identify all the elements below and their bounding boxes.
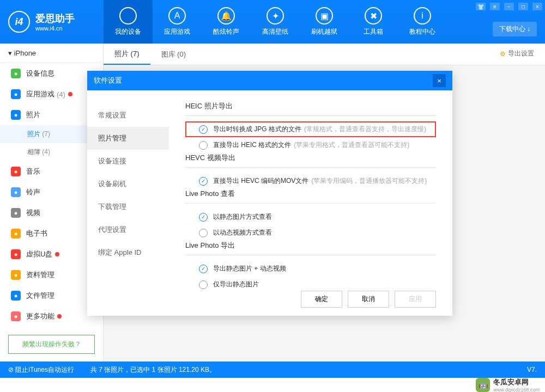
section-title: HEVC 视频导出: [185, 153, 436, 168]
nav-icon: i: [414, 7, 431, 24]
nav-2[interactable]: 🔔酷炫铃声: [202, 0, 251, 44]
sidebar-icon: ●: [11, 249, 21, 259]
help-button[interactable]: 频繁出现操作失败？: [8, 335, 95, 354]
settings-dialog: 软件设置 × 常规设置照片管理设备连接设备刷机下载管理代理设置绑定 Apple …: [87, 71, 452, 316]
option-row[interactable]: 以静态图片方式查看: [185, 209, 436, 225]
option-row[interactable]: 仅导出静态图片: [185, 277, 436, 292]
android-icon: 🤖: [476, 378, 490, 392]
nav-icon: ▣: [316, 7, 333, 24]
section-title: Live Photo 查看: [185, 189, 436, 204]
settings-icon[interactable]: ≡: [490, 3, 500, 10]
option-row[interactable]: 直接导出 HEVC 编码的MOV文件(苹果专用编码，普通播放器可能不支持): [185, 173, 436, 189]
nav-0[interactable]: 我的设备: [104, 0, 153, 44]
dialog-sidebar-item[interactable]: 下载管理: [87, 195, 169, 218]
close-icon[interactable]: ×: [532, 3, 542, 10]
tab[interactable]: 照片 (7): [104, 44, 150, 65]
app-title: 爱思助手: [35, 12, 75, 25]
dialog-footer: 确定 取消 应用: [301, 291, 436, 308]
sidebar-icon: ●: [11, 311, 21, 321]
radio-icon: [199, 229, 208, 237]
option-row[interactable]: 导出时转换成 JPG 格式的文件(常规格式，普通查看器支持，导出速度慢): [185, 121, 436, 137]
logo: i4 爱思助手 www.i4.cn: [0, 11, 104, 33]
status-bar: ⊘ 阻止iTunes自动运行 共 7 张照片，已选中 1 张照片 121.20 …: [0, 362, 545, 378]
app-url: www.i4.cn: [35, 25, 75, 32]
dialog-content: HEIC 照片导出导出时转换成 JPG 格式的文件(常规格式，普通查看器支持，导…: [169, 90, 452, 316]
dialog-sidebar-item[interactable]: 常规设置: [87, 104, 169, 127]
watermark-name: 冬瓜安卓网: [493, 377, 540, 387]
sidebar-icon: ●: [11, 229, 21, 238]
minimize-icon[interactable]: −: [504, 3, 514, 10]
status-info: 共 7 张照片，已选中 1 张照片 121.20 KB。: [90, 365, 216, 375]
dialog-sidebar-item[interactable]: 代理设置: [87, 218, 169, 241]
logo-icon: i4: [8, 11, 30, 33]
ok-button[interactable]: 确定: [301, 291, 342, 308]
device-name: iPhone: [14, 49, 36, 57]
nav-icon: 🔔: [217, 7, 235, 24]
nav-4[interactable]: ▣刷机越狱: [300, 0, 349, 44]
radio-icon: [199, 213, 208, 222]
dialog-sidebar-item[interactable]: 照片管理: [87, 127, 169, 150]
export-settings-button[interactable]: ⚙ 导出设置: [500, 49, 534, 58]
sidebar-icon: ●: [11, 291, 21, 301]
radio-icon: [199, 141, 208, 150]
radio-icon: [199, 265, 208, 273]
apply-button[interactable]: 应用: [395, 291, 436, 308]
nav-icon: [119, 7, 137, 24]
dialog-sidebar-item[interactable]: 绑定 Apple ID: [87, 241, 169, 264]
version-label: V7.: [527, 366, 537, 373]
dialog-close-button[interactable]: ×: [433, 74, 446, 87]
notification-dot: [57, 314, 62, 318]
nav-icon: ✦: [267, 7, 284, 24]
cancel-button[interactable]: 取消: [348, 291, 389, 308]
section-title: HEIC 照片导出: [185, 101, 436, 116]
nav-5[interactable]: ✖工具箱: [349, 0, 398, 44]
nav-icon: A: [168, 7, 186, 24]
sidebar-icon: ●: [11, 270, 21, 280]
notification-dot: [68, 92, 72, 96]
app-header: i4 爱思助手 www.i4.cn 我的设备A应用游戏🔔酷炫铃声✦高清壁纸▣刷机…: [0, 0, 545, 44]
dialog-title: 软件设置: [94, 76, 122, 85]
sidebar-icon: ●: [11, 208, 21, 218]
nav-1[interactable]: A应用游戏: [153, 0, 202, 44]
sidebar-icon: ●: [11, 110, 21, 120]
gear-icon: ⚙: [500, 50, 506, 58]
dialog-sidebar: 常规设置照片管理设备连接设备刷机下载管理代理设置绑定 Apple ID: [87, 90, 169, 316]
option-row[interactable]: 直接导出 HEIC 格式的文件(苹果专用格式，普通查看器可能不支持): [185, 137, 436, 153]
radio-icon: [199, 280, 208, 289]
nav-tabs: 我的设备A应用游戏🔔酷炫铃声✦高清壁纸▣刷机越狱✖工具箱i教程中心: [104, 0, 447, 44]
device-selector[interactable]: ▾ iPhone: [0, 44, 103, 63]
sidebar-icon: ●: [11, 89, 21, 99]
nav-3[interactable]: ✦高清壁纸: [251, 0, 300, 44]
content-tabs: 照片 (7)图库 (0) ⚙ 导出设置: [104, 44, 545, 65]
sidebar-icon: ●: [11, 167, 21, 176]
option-row[interactable]: 以动态视频方式查看: [185, 225, 436, 241]
shirt-icon[interactable]: 👕: [476, 3, 486, 10]
watermark-url: www.dgxcdz168.com: [493, 387, 540, 392]
dialog-header: 软件设置 ×: [87, 71, 452, 90]
dialog-sidebar-item[interactable]: 设备连接: [87, 150, 169, 173]
window-controls: 👕 ≡ − □ ×: [476, 3, 542, 10]
maximize-icon[interactable]: □: [518, 3, 528, 10]
dialog-sidebar-item[interactable]: 设备刷机: [87, 173, 169, 195]
download-center-button[interactable]: 下载中心 ↓: [493, 22, 537, 36]
notification-dot: [55, 252, 59, 256]
radio-icon: [199, 177, 208, 186]
nav-6[interactable]: i教程中心: [398, 0, 447, 44]
section-title: Live Photo 导出: [185, 241, 436, 255]
watermark: 🤖 冬瓜安卓网 www.dgxcdz168.com: [476, 378, 540, 392]
itunes-toggle[interactable]: ⊘ 阻止iTunes自动运行: [8, 365, 74, 375]
export-settings-label: 导出设置: [508, 49, 534, 58]
sidebar-icon: ●: [11, 187, 21, 197]
radio-icon: [199, 125, 208, 134]
sidebar-icon: ●: [11, 69, 21, 78]
tab[interactable]: 图库 (0): [150, 44, 197, 65]
option-row[interactable]: 导出静态图片 + 动态视频: [185, 261, 436, 277]
nav-icon: ✖: [365, 7, 382, 24]
